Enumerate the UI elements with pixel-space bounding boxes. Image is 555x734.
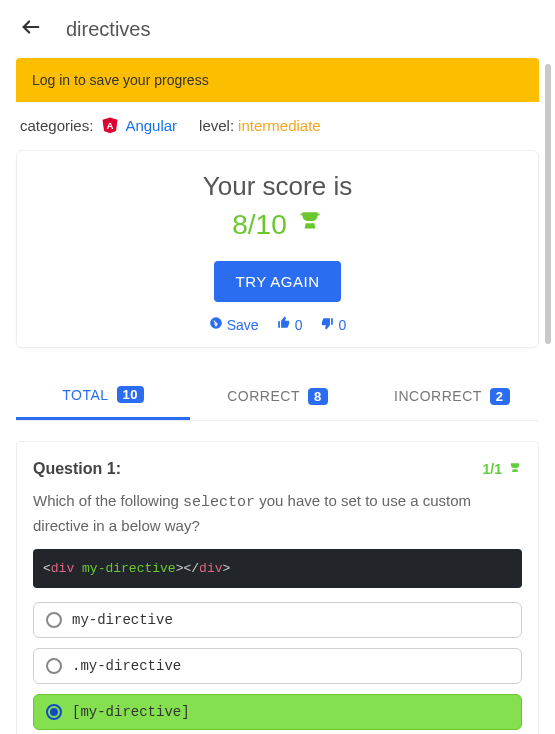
option-label: [my-directive] [72, 704, 190, 720]
tab-correct-count: 8 [308, 388, 328, 405]
option-1[interactable]: .my-directive [33, 648, 522, 684]
dislike-action[interactable]: 0 [320, 316, 346, 333]
option-0[interactable]: my-directive [33, 602, 522, 638]
tab-incorrect-label: INCORRECT [394, 388, 482, 404]
angular-icon: A [101, 116, 119, 134]
page-title: directives [66, 18, 150, 41]
tab-correct[interactable]: CORRECT 8 [190, 372, 364, 420]
level-value: intermediate [238, 117, 321, 134]
login-banner[interactable]: Log in to save your progress [16, 58, 539, 102]
thumbs-up-icon [277, 316, 291, 333]
trophy-icon [297, 208, 323, 241]
score-title: Your score is [27, 171, 528, 202]
trophy-icon [508, 461, 522, 478]
tab-total[interactable]: TOTAL 10 [16, 372, 190, 420]
meta-row: categories: A Angular level: intermediat… [16, 102, 539, 140]
tab-correct-label: CORRECT [227, 388, 300, 404]
like-count: 0 [295, 317, 303, 333]
option-label: .my-directive [72, 658, 181, 674]
save-action[interactable]: Save [209, 316, 259, 333]
score-value: 8/10 [232, 209, 287, 241]
tab-total-count: 10 [117, 386, 144, 403]
option-2[interactable]: [my-directive] [33, 694, 522, 730]
categories-label: categories: [20, 117, 93, 134]
question-number: Question 1: [33, 460, 121, 478]
save-icon [209, 316, 223, 333]
radio-icon [46, 612, 62, 628]
radio-icon [46, 658, 62, 674]
like-action[interactable]: 0 [277, 316, 303, 333]
tab-total-label: TOTAL [62, 387, 108, 403]
radio-icon [46, 704, 62, 720]
dislike-count: 0 [338, 317, 346, 333]
question-card: Question 1: 1/1 Which of the following s… [16, 441, 539, 734]
tab-incorrect-count: 2 [490, 388, 510, 405]
thumbs-down-icon [320, 316, 334, 333]
question-points: 1/1 [483, 461, 522, 478]
save-label: Save [227, 317, 259, 333]
tab-incorrect[interactable]: INCORRECT 2 [365, 372, 539, 420]
svg-text:A: A [107, 120, 114, 131]
try-again-button[interactable]: TRY AGAIN [214, 261, 342, 302]
scrollbar[interactable] [545, 64, 551, 344]
score-card: Your score is 8/10 TRY AGAIN Save 0 0 [16, 150, 539, 348]
back-icon[interactable] [20, 16, 42, 42]
code-block: <div my-directive></div> [33, 549, 522, 588]
question-text: Which of the following selector you have… [33, 490, 522, 537]
tabs: TOTAL 10 CORRECT 8 INCORRECT 2 [16, 372, 539, 421]
option-label: my-directive [72, 612, 173, 628]
level-label: level: [199, 117, 234, 134]
category-link[interactable]: Angular [125, 117, 177, 134]
